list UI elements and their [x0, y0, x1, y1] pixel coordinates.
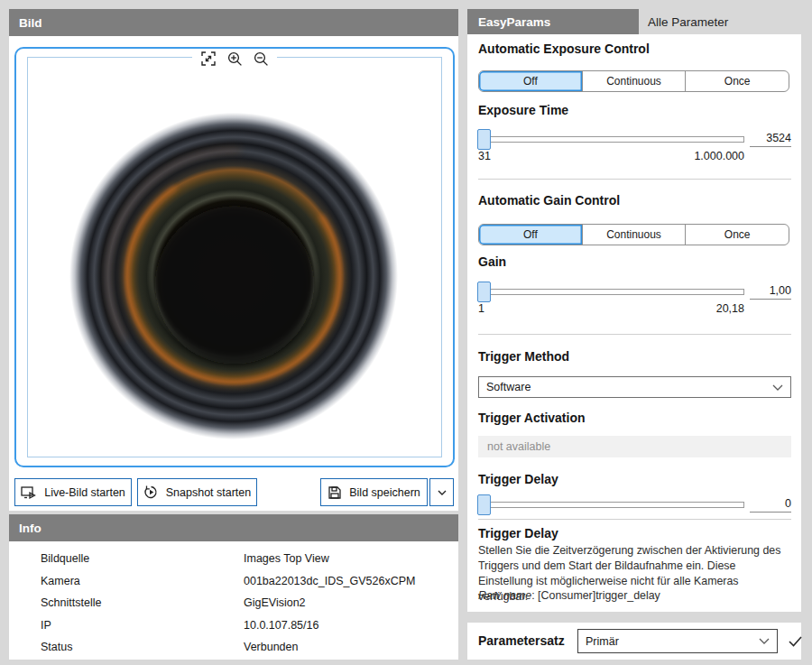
snapshot-icon	[143, 485, 159, 500]
info-value: GigEVision2	[244, 596, 306, 609]
info-panel-title: Info	[19, 522, 42, 535]
separator	[478, 179, 791, 180]
save-image-button[interactable]: Bild speichern	[320, 478, 428, 506]
easyparams-panel: Automatic Exposure Control Off Continuou…	[467, 34, 801, 612]
aec-title: Automatic Exposure Control	[478, 42, 650, 56]
start-live-image-button[interactable]: Live-Bild starten	[14, 478, 132, 506]
trigger-activation-title: Trigger Activation	[478, 411, 586, 425]
agc-segmented-control: Off Continuous Once	[478, 224, 789, 245]
gain-slider-row: 1,00	[478, 281, 791, 302]
start-live-image-label: Live-Bild starten	[44, 486, 125, 499]
right-column: EasyParams Alle Parameter Automatic Expo…	[467, 9, 801, 660]
chevron-down-icon	[759, 638, 770, 644]
agc-option-once[interactable]: Once	[686, 225, 789, 245]
trigger-delay-value[interactable]: 0	[750, 497, 791, 513]
exposure-time-slider-thumb[interactable]	[477, 129, 491, 150]
slider-groove[interactable]	[478, 502, 744, 508]
paramset-bar: Parametersatz Primär	[467, 623, 801, 660]
aec-option-off[interactable]: Off	[479, 71, 583, 91]
trigger-method-title: Trigger Method	[478, 349, 569, 364]
trigger-method-dropdown[interactable]: Software	[478, 376, 791, 398]
raw-name-value: : [Consumer]trigger_delay	[531, 589, 660, 602]
separator	[478, 334, 791, 335]
image-canvas	[27, 57, 442, 457]
agc-option-continuous[interactable]: Continuous	[583, 225, 687, 245]
agc-title: Automatic Gain Control	[478, 193, 620, 208]
info-label: IP	[41, 619, 244, 632]
exposure-time-slider-row: 3524	[478, 128, 791, 150]
tab-alle-parameter[interactable]: Alle Parameter	[639, 9, 801, 34]
info-panel-header: Info	[9, 514, 458, 541]
save-image-options-button[interactable]	[429, 478, 454, 506]
agc-option-off[interactable]: Off	[479, 225, 583, 245]
gain-slider-thumb[interactable]	[477, 282, 491, 302]
gain-value[interactable]: 1,00	[750, 284, 791, 300]
info-value: Verbunden	[244, 641, 298, 653]
parameter-tabs: EasyParams Alle Parameter	[467, 9, 801, 34]
bild-panel-title: Bild	[19, 16, 42, 30]
raw-name-line: Raw name: [Consumer]trigger_delay	[478, 589, 660, 602]
gain-max: 20,18	[716, 302, 744, 315]
paramset-value: Primär	[586, 635, 759, 648]
info-label: Schnittstelle	[41, 596, 244, 609]
info-row-bildquelle: Bildquelle Images Top View	[9, 548, 458, 570]
save-icon	[328, 485, 342, 500]
gain-slider[interactable]	[478, 281, 744, 302]
save-image-label: Bild speichern	[349, 486, 420, 499]
tab-easyparams[interactable]: EasyParams	[467, 9, 639, 34]
zoom-out-icon[interactable]	[253, 51, 269, 67]
gain-range: 1 20,18	[478, 302, 744, 315]
trigger-delay-slider-row: 0	[478, 494, 791, 515]
exposure-time-min: 31	[478, 150, 491, 162]
trigger-activation-field: not available	[478, 436, 791, 457]
aec-option-once[interactable]: Once	[686, 71, 789, 91]
paramset-label: Parametersatz	[478, 633, 565, 648]
live-image-icon	[21, 485, 37, 500]
exposure-time-range: 31 1.000.000	[478, 150, 744, 162]
info-row-kamera: Kamera 001ba22013dc_IDS_GV526xCPM	[9, 570, 458, 593]
chevron-down-icon	[438, 490, 447, 495]
zoom-in-icon[interactable]	[226, 51, 243, 67]
image-panel: Live-Bild starten Snapshot starten Bild …	[9, 36, 458, 511]
info-panel: Bildquelle Images Top View Kamera 001ba2…	[9, 541, 458, 660]
bild-panel-header: Bild	[9, 9, 458, 36]
check-icon	[789, 636, 802, 647]
trigger-delay-slider[interactable]	[478, 494, 744, 515]
exposure-time-title: Exposure Time	[478, 103, 568, 117]
fit-to-view-icon[interactable]	[200, 51, 217, 67]
info-label: Kamera	[41, 575, 244, 587]
trigger-delay-slider-thumb[interactable]	[477, 494, 491, 515]
left-column: Bild	[9, 9, 458, 660]
viewer-toolbar	[192, 50, 277, 68]
start-snapshot-button[interactable]: Snapshot starten	[137, 478, 257, 506]
image-viewer	[14, 47, 455, 467]
chevron-down-icon	[772, 384, 783, 391]
gain-title: Gain	[478, 254, 506, 269]
trigger-method-value: Software	[486, 381, 772, 393]
paramset-dropdown[interactable]: Primär	[577, 629, 778, 653]
raw-name-label: Raw name	[478, 589, 531, 602]
start-snapshot-label: Snapshot starten	[166, 486, 252, 499]
info-label: Status	[41, 641, 244, 653]
separator	[478, 519, 791, 520]
app-window: Bild	[0, 0, 812, 665]
aec-segmented-control: Off Continuous Once	[478, 70, 789, 92]
description-title: Trigger Delay	[478, 526, 558, 540]
info-value: 001ba22013dc_IDS_GV526xCPM	[244, 575, 415, 587]
info-row-status: Status Verbunden	[9, 636, 458, 659]
aec-option-continuous[interactable]: Continuous	[583, 71, 687, 91]
trigger-delay-title: Trigger Delay	[478, 472, 558, 486]
paramset-apply-button[interactable]	[785, 632, 805, 651]
info-value: 10.0.107.85/16	[244, 619, 318, 632]
gain-min: 1	[478, 302, 484, 315]
exposure-time-max: 1.000.000	[694, 150, 744, 162]
info-row-ip: IP 10.0.107.85/16	[9, 614, 458, 637]
slider-groove[interactable]	[478, 289, 744, 295]
slider-groove[interactable]	[478, 136, 744, 143]
info-label: Bildquelle	[41, 552, 244, 565]
camera-image	[28, 58, 441, 457]
exposure-time-slider[interactable]	[478, 128, 744, 150]
info-value: Images Top View	[244, 552, 329, 565]
exposure-time-value[interactable]: 3524	[750, 132, 791, 147]
info-row-schnittstelle: Schnittstelle GigEVision2	[9, 592, 458, 614]
